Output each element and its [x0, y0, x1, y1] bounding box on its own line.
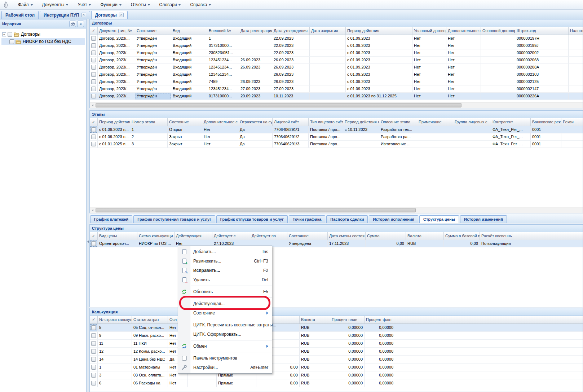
row-checkbox[interactable]	[91, 365, 96, 370]
detail-tab-3[interactable]: График отпуска товаров и услуг	[216, 215, 288, 223]
menubar-item-7[interactable]: Справка	[190, 2, 211, 7]
table-row[interactable]: с 01.01.2025 п...3ЗакрытНетДа7706406291\…	[90, 141, 583, 148]
menu-item-2[interactable]: Размножить...Ctrl+F3	[178, 256, 272, 266]
column-header[interactable]: Процент план	[330, 316, 365, 323]
search-button[interactable]	[69, 21, 76, 27]
close-tab-icon[interactable]: ✕	[119, 13, 124, 17]
table-row[interactable]: Договор, 2023/...УтверждёнВходящий230823…	[90, 49, 583, 57]
row-checkbox[interactable]	[91, 36, 96, 41]
column-header[interactable]: Описание этапа	[379, 118, 417, 126]
table-row[interactable]: Договор, 2023/...УтверждёнВходящий745926…	[90, 78, 583, 85]
collapse-panel-button[interactable]: «	[77, 21, 84, 27]
column-header[interactable]: Вид цены	[98, 232, 137, 240]
column-header[interactable]: Статья затрат	[132, 316, 168, 323]
column-header[interactable]: Дата регистрации.	[239, 27, 272, 35]
scroll-left-arrow-icon[interactable]	[90, 207, 96, 213]
column-header[interactable]: Сумма в базовой в	[444, 232, 480, 240]
column-header[interactable]: Валюта	[300, 316, 330, 323]
row-checkbox[interactable]	[91, 349, 96, 354]
row-checkbox[interactable]	[91, 94, 96, 98]
close-tab-icon[interactable]: ✕	[81, 13, 86, 17]
table-row[interactable]: Договор, 2023/...УтверждёнВходящий123451…	[90, 71, 583, 78]
menubar-item-3[interactable]: Учёт	[78, 2, 91, 7]
window-tab-3[interactable]: Договоры✕	[91, 11, 128, 19]
column-header[interactable]: № строки калькул	[98, 316, 132, 323]
column-header[interactable]: Период действия л	[343, 118, 379, 126]
table-row[interactable]: 505 Соц. отчисл...НетRUB0,000000,00000	[90, 324, 583, 332]
row-checkbox[interactable]	[91, 87, 96, 91]
tree-node-niokr[interactable]: НИОКР по ГОЗ без НДС	[1, 38, 85, 45]
column-header[interactable]: Дата закрытия	[310, 27, 346, 35]
menu-item-3[interactable]: Исправить...F2	[178, 266, 272, 275]
tree-node-checkbox[interactable]	[8, 32, 12, 37]
row-checkbox[interactable]	[91, 142, 96, 146]
menu-item-17[interactable]: Настройки...Alt+Enter	[178, 363, 272, 372]
tree-node-contracts[interactable]: − Договоры	[1, 31, 85, 38]
menu-item-6[interactable]: ОбновитьF5	[178, 287, 272, 296]
column-header[interactable]: Схема калькуляци	[137, 232, 175, 240]
column-header[interactable]: Налогов	[569, 27, 583, 35]
column-header[interactable]: Отражается на су	[238, 118, 273, 126]
stages-hscrollbar[interactable]	[90, 207, 583, 213]
column-header[interactable]: ✓	[90, 27, 98, 35]
column-header[interactable]: Действующая	[175, 232, 212, 240]
menubar-item-1[interactable]: Файл	[18, 2, 33, 7]
column-header[interactable]: Примечание	[417, 118, 453, 126]
column-header[interactable]: Группа лицевых с	[453, 118, 491, 126]
window-tab-2[interactable]: Инструкции ПУП✕	[40, 11, 90, 19]
column-header[interactable]: Состояние	[287, 232, 328, 240]
column-header[interactable]: Документ (тип, №	[98, 27, 135, 35]
table-row[interactable]: с 01.09.2023 п...2ЗакрытНетДа7706406291\…	[90, 133, 583, 141]
column-header[interactable]: Дата смены состоя	[328, 232, 366, 240]
tree-node-checkbox[interactable]	[9, 39, 14, 44]
column-header[interactable]: Вид	[171, 27, 207, 35]
column-header[interactable]: Номер этапа	[130, 118, 168, 126]
column-header[interactable]: Период действия..	[98, 118, 130, 126]
column-header[interactable]: Расчёт косвенных	[480, 232, 512, 240]
table-row[interactable]: Договор, 2023/...УтверждёнВходящий123451…	[90, 57, 583, 64]
row-checkbox[interactable]	[91, 79, 96, 84]
column-header[interactable]: Внешний №	[207, 27, 239, 35]
menubar-item-4[interactable]: Функции	[100, 2, 121, 7]
menubar-item-5[interactable]: Отчёты	[131, 2, 150, 7]
column-header[interactable]: Действует с	[212, 232, 250, 240]
row-checkbox[interactable]	[91, 241, 96, 246]
menu-item-16[interactable]: Панель инструментов	[178, 353, 272, 363]
column-header[interactable]: Дополнительное с	[446, 27, 481, 35]
window-tab-1[interactable]: Рабочий стол	[1, 11, 39, 19]
table-row[interactable]: 1212 Комм. расхо...НетRUB0,000000,00000	[90, 348, 583, 356]
menu-item-12[interactable]: ЦИТК. Сформировать...	[178, 330, 272, 339]
menu-item-11[interactable]: ЦИТК. Пересчитать косвенные затраты...	[178, 320, 272, 330]
column-header[interactable]: Состояние	[135, 27, 171, 35]
column-header[interactable]: Период действия	[346, 27, 412, 35]
column-header[interactable]: Валюта	[406, 232, 444, 240]
column-header[interactable]: Сумма	[366, 232, 406, 240]
row-checkbox[interactable]	[91, 127, 96, 132]
menubar-item-2[interactable]: Документы	[42, 2, 69, 7]
row-checkbox[interactable]	[91, 341, 96, 346]
scrollbar-thumb[interactable]	[96, 103, 461, 107]
column-header[interactable]: Условный договор	[412, 27, 446, 35]
menu-item-9[interactable]: Состояние	[178, 308, 272, 318]
column-header[interactable]: Состояние	[168, 118, 202, 126]
scroll-left-arrow-icon[interactable]	[90, 102, 96, 108]
panel-splitter[interactable]	[87, 19, 89, 392]
column-header[interactable]: Дополнительное с	[202, 118, 238, 126]
column-header[interactable]: Банковские реквиз	[531, 118, 561, 126]
row-checkbox[interactable]	[91, 325, 96, 330]
row-checkbox[interactable]	[91, 72, 96, 77]
table-row[interactable]: Ориентировоч...НИОКР по ГОЗ ...Нет27.10.…	[90, 240, 583, 247]
table-row[interactable]: Договор, 2023/...УтверждёнВходящий123451…	[90, 64, 583, 71]
column-header[interactable]: Штрих-код	[515, 27, 569, 35]
menubar-item-6[interactable]: Словари	[159, 2, 181, 7]
column-header[interactable]: Контрагент	[491, 118, 531, 126]
table-row[interactable]: 101 МатериалыНетПрямые0,00RUB0,000000,00…	[90, 364, 583, 371]
column-header[interactable]: Основной договор	[481, 27, 515, 35]
menu-item-14[interactable]: Обмен	[178, 342, 272, 351]
table-row[interactable]: 1414 Цена без НДСДаRUB0,000000,00000	[90, 356, 583, 364]
column-header[interactable]: ✓	[90, 316, 98, 323]
row-checkbox[interactable]	[91, 381, 96, 386]
menu-item-8[interactable]: Действующая...	[178, 299, 272, 308]
table-row[interactable]: Договор, 2023/...УтверждёнВходящий123451…	[90, 85, 583, 93]
table-row[interactable]: 1111 ПКИНетRUB0,000000,00000	[90, 340, 583, 348]
